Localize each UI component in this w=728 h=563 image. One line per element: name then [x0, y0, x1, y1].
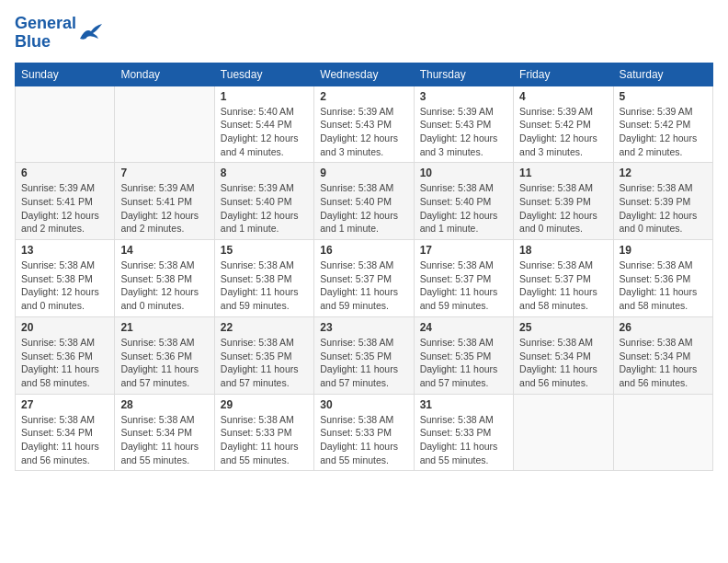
day-info: Sunrise: 5:39 AMSunset: 5:41 PMDaylight:… [21, 181, 108, 236]
day-info: Sunrise: 5:39 AMSunset: 5:41 PMDaylight:… [120, 181, 208, 236]
day-number: 6 [21, 167, 108, 179]
calendar-cell: 6Sunrise: 5:39 AMSunset: 5:41 PMDaylight… [16, 163, 115, 240]
day-info: Sunrise: 5:38 AMSunset: 5:38 PMDaylight:… [221, 259, 308, 313]
calendar-cell: 31Sunrise: 5:38 AMSunset: 5:33 PMDayligh… [414, 394, 513, 471]
calendar-cell: 27Sunrise: 5:38 AMSunset: 5:34 PMDayligh… [16, 394, 115, 471]
logo-bird-icon [78, 22, 104, 44]
day-number: 3 [420, 90, 507, 103]
weekday-header: Tuesday [214, 63, 313, 86]
weekday-header: Sunday [16, 63, 115, 86]
calendar-week-row: 6Sunrise: 5:39 AMSunset: 5:41 PMDaylight… [16, 163, 713, 240]
calendar-cell: 5Sunrise: 5:39 AMSunset: 5:42 PMDaylight… [613, 86, 712, 163]
day-number: 13 [21, 244, 108, 257]
calendar-cell: 29Sunrise: 5:38 AMSunset: 5:33 PMDayligh… [214, 394, 313, 471]
calendar-week-row: 1Sunrise: 5:40 AMSunset: 5:44 PMDaylight… [16, 86, 713, 163]
day-number: 9 [320, 167, 407, 179]
day-number: 1 [221, 90, 308, 103]
day-info: Sunrise: 5:38 AMSunset: 5:40 PMDaylight:… [320, 181, 407, 236]
calendar-cell: 7Sunrise: 5:39 AMSunset: 5:41 PMDaylight… [115, 163, 214, 240]
day-info: Sunrise: 5:38 AMSunset: 5:37 PMDaylight:… [519, 259, 607, 313]
calendar-cell: 12Sunrise: 5:38 AMSunset: 5:39 PMDayligh… [613, 163, 712, 240]
calendar-cell: 23Sunrise: 5:38 AMSunset: 5:35 PMDayligh… [314, 316, 414, 394]
calendar-cell [613, 394, 712, 471]
day-info: Sunrise: 5:38 AMSunset: 5:33 PMDaylight:… [320, 413, 407, 467]
day-number: 28 [120, 398, 208, 411]
day-info: Sunrise: 5:39 AMSunset: 5:43 PMDaylight:… [320, 105, 407, 159]
day-number: 12 [620, 167, 707, 179]
day-info: Sunrise: 5:38 AMSunset: 5:36 PMDaylight:… [120, 336, 208, 390]
calendar-cell: 15Sunrise: 5:38 AMSunset: 5:38 PMDayligh… [214, 240, 313, 317]
day-info: Sunrise: 5:39 AMSunset: 5:43 PMDaylight:… [420, 105, 507, 159]
calendar-cell [514, 394, 613, 471]
day-number: 17 [420, 244, 507, 257]
calendar-cell: 24Sunrise: 5:38 AMSunset: 5:35 PMDayligh… [414, 316, 513, 394]
calendar-cell: 11Sunrise: 5:38 AMSunset: 5:39 PMDayligh… [514, 163, 613, 240]
day-number: 27 [21, 398, 108, 411]
calendar-cell: 28Sunrise: 5:38 AMSunset: 5:34 PMDayligh… [115, 394, 214, 471]
day-info: Sunrise: 5:38 AMSunset: 5:39 PMDaylight:… [620, 181, 707, 236]
day-number: 25 [519, 321, 607, 334]
weekday-header: Wednesday [314, 63, 414, 86]
calendar-cell: 13Sunrise: 5:38 AMSunset: 5:38 PMDayligh… [16, 240, 115, 317]
calendar-week-row: 13Sunrise: 5:38 AMSunset: 5:38 PMDayligh… [16, 240, 713, 317]
day-number: 18 [519, 244, 607, 257]
calendar-cell: 3Sunrise: 5:39 AMSunset: 5:43 PMDaylight… [414, 86, 513, 163]
day-info: Sunrise: 5:38 AMSunset: 5:35 PMDaylight:… [420, 336, 507, 390]
day-info: Sunrise: 5:38 AMSunset: 5:36 PMDaylight:… [21, 336, 108, 390]
day-info: Sunrise: 5:38 AMSunset: 5:39 PMDaylight:… [519, 181, 607, 236]
day-number: 5 [620, 90, 707, 103]
day-info: Sunrise: 5:38 AMSunset: 5:33 PMDaylight:… [420, 413, 507, 467]
weekday-header: Friday [514, 63, 613, 86]
logo-text: GeneralBlue [15, 15, 76, 52]
day-number: 8 [221, 167, 308, 179]
day-number: 14 [120, 244, 208, 257]
weekday-header: Thursday [414, 63, 513, 86]
calendar-cell: 20Sunrise: 5:38 AMSunset: 5:36 PMDayligh… [16, 316, 115, 394]
day-info: Sunrise: 5:39 AMSunset: 5:40 PMDaylight:… [221, 181, 308, 236]
day-number: 2 [320, 90, 407, 103]
calendar-cell: 4Sunrise: 5:39 AMSunset: 5:42 PMDaylight… [514, 86, 613, 163]
day-number: 26 [620, 321, 707, 334]
calendar-cell: 30Sunrise: 5:38 AMSunset: 5:33 PMDayligh… [314, 394, 414, 471]
day-info: Sunrise: 5:38 AMSunset: 5:36 PMDaylight:… [620, 259, 707, 313]
calendar-cell: 14Sunrise: 5:38 AMSunset: 5:38 PMDayligh… [115, 240, 214, 317]
day-info: Sunrise: 5:38 AMSunset: 5:37 PMDaylight:… [320, 259, 407, 313]
day-number: 4 [519, 90, 607, 103]
day-number: 10 [420, 167, 507, 179]
day-number: 21 [120, 321, 208, 334]
calendar-cell: 16Sunrise: 5:38 AMSunset: 5:37 PMDayligh… [314, 240, 414, 317]
calendar-week-row: 27Sunrise: 5:38 AMSunset: 5:34 PMDayligh… [16, 394, 713, 471]
day-number: 15 [221, 244, 308, 257]
calendar-cell: 22Sunrise: 5:38 AMSunset: 5:35 PMDayligh… [214, 316, 313, 394]
logo: GeneralBlue [15, 15, 104, 52]
calendar-cell: 9Sunrise: 5:38 AMSunset: 5:40 PMDaylight… [314, 163, 414, 240]
calendar-cell: 2Sunrise: 5:39 AMSunset: 5:43 PMDaylight… [314, 86, 414, 163]
weekday-header: Saturday [613, 63, 712, 86]
calendar-cell: 1Sunrise: 5:40 AMSunset: 5:44 PMDaylight… [214, 86, 313, 163]
day-number: 19 [620, 244, 707, 257]
calendar-week-row: 20Sunrise: 5:38 AMSunset: 5:36 PMDayligh… [16, 316, 713, 394]
calendar-cell: 17Sunrise: 5:38 AMSunset: 5:37 PMDayligh… [414, 240, 513, 317]
page-header: GeneralBlue [15, 15, 713, 52]
calendar-cell: 26Sunrise: 5:38 AMSunset: 5:34 PMDayligh… [613, 316, 712, 394]
calendar-cell: 18Sunrise: 5:38 AMSunset: 5:37 PMDayligh… [514, 240, 613, 317]
day-info: Sunrise: 5:38 AMSunset: 5:35 PMDaylight:… [221, 336, 308, 390]
day-info: Sunrise: 5:38 AMSunset: 5:38 PMDaylight:… [21, 259, 108, 313]
day-info: Sunrise: 5:38 AMSunset: 5:33 PMDaylight:… [221, 413, 308, 467]
day-number: 22 [221, 321, 308, 334]
day-info: Sunrise: 5:38 AMSunset: 5:34 PMDaylight:… [21, 413, 108, 467]
day-number: 23 [320, 321, 407, 334]
calendar-table: SundayMondayTuesdayWednesdayThursdayFrid… [15, 63, 713, 472]
calendar-cell: 21Sunrise: 5:38 AMSunset: 5:36 PMDayligh… [115, 316, 214, 394]
calendar-header-row: SundayMondayTuesdayWednesdayThursdayFrid… [16, 63, 713, 86]
weekday-header: Monday [115, 63, 214, 86]
day-number: 20 [21, 321, 108, 334]
calendar-cell: 8Sunrise: 5:39 AMSunset: 5:40 PMDaylight… [214, 163, 313, 240]
day-info: Sunrise: 5:38 AMSunset: 5:34 PMDaylight:… [620, 336, 707, 390]
day-number: 16 [320, 244, 407, 257]
day-number: 11 [519, 167, 607, 179]
day-number: 31 [420, 398, 507, 411]
day-number: 7 [120, 167, 208, 179]
day-info: Sunrise: 5:39 AMSunset: 5:42 PMDaylight:… [620, 105, 707, 159]
calendar-cell: 19Sunrise: 5:38 AMSunset: 5:36 PMDayligh… [613, 240, 712, 317]
